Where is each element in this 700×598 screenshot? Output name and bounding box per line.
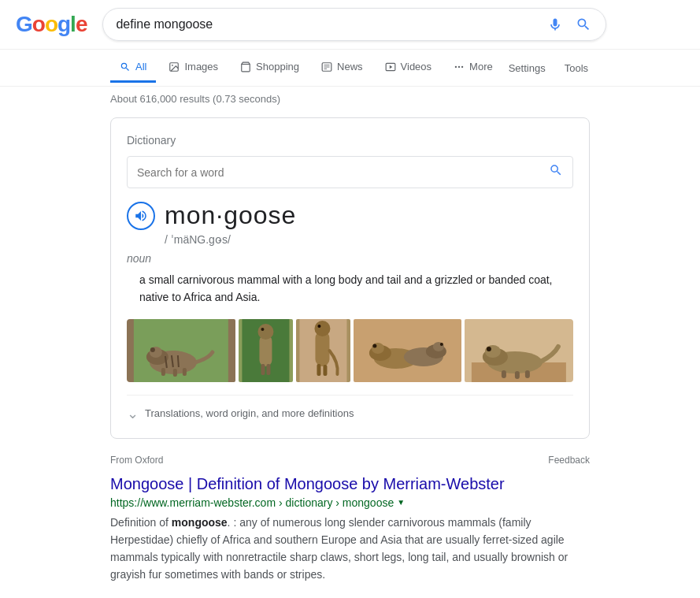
- shopping-nav-icon: [240, 61, 251, 72]
- tab-images[interactable]: Images: [159, 53, 228, 83]
- svg-rect-22: [183, 368, 187, 376]
- result-title-link[interactable]: Mongoose | Definition of Mongoose by Mer…: [110, 475, 590, 493]
- mongoose-image-1[interactable]: [127, 319, 235, 382]
- search-bar: define mongoose: [102, 8, 606, 41]
- dict-search-icon: [549, 163, 563, 177]
- dictionary-search-bar[interactable]: [127, 156, 573, 188]
- tab-shopping[interactable]: Shopping: [231, 53, 309, 83]
- svg-rect-33: [317, 364, 320, 376]
- word-part-of-speech: noun: [127, 252, 573, 265]
- svg-rect-21: [173, 369, 177, 377]
- svg-rect-20: [161, 368, 165, 376]
- svg-rect-50: [502, 370, 506, 378]
- feedback-link[interactable]: Feedback: [548, 455, 590, 466]
- result-url: https://www.merriam-webster.com › dictio…: [110, 496, 590, 509]
- url-dropdown-icon[interactable]: ▼: [397, 498, 405, 507]
- word-definition: a small carnivorous mammal with a long b…: [139, 271, 573, 306]
- svg-point-1: [172, 65, 174, 66]
- voice-search-button[interactable]: [546, 15, 565, 34]
- svg-point-26: [261, 328, 264, 331]
- svg-point-49: [487, 347, 491, 351]
- mongoose-images: [127, 319, 573, 382]
- mongoose-image-2[interactable]: [239, 319, 293, 382]
- svg-marker-8: [389, 65, 392, 69]
- more-info-toggle[interactable]: ⌄ Translations, word origin, and more de…: [127, 395, 573, 422]
- word-title: mon·goose: [165, 201, 296, 230]
- svg-point-25: [257, 324, 273, 340]
- images-nav-icon: [169, 61, 180, 72]
- svg-line-19: [178, 355, 179, 367]
- mongoose-image-3[interactable]: [296, 319, 350, 382]
- search-input[interactable]: define mongoose: [116, 17, 538, 32]
- dictionary-search-input[interactable]: [137, 166, 549, 179]
- tab-videos[interactable]: Videos: [376, 53, 442, 83]
- more-nav-icon: [454, 61, 465, 72]
- word-phonetic: / ˈmäNG.go̵s/: [165, 233, 573, 246]
- chevron-down-icon: ⌄: [127, 405, 139, 422]
- tab-news[interactable]: News: [312, 53, 372, 83]
- dictionary-search-button[interactable]: [549, 163, 563, 181]
- settings-link[interactable]: Settings: [506, 54, 549, 82]
- source-bar: From Oxford Feedback: [110, 451, 590, 469]
- svg-rect-34: [323, 365, 327, 376]
- dictionary-card: Dictionary mon·goose / ˈmäNG.go̵s/ noun …: [110, 117, 590, 439]
- more-info-label: Translations, word origin, and more defi…: [145, 407, 354, 419]
- svg-point-16: [150, 347, 155, 352]
- dictionary-card-title: Dictionary: [127, 134, 573, 147]
- tools-link[interactable]: Tools: [561, 54, 591, 82]
- nav-settings-area: Settings Tools: [506, 54, 591, 82]
- svg-point-39: [372, 344, 376, 347]
- mongoose-image-4[interactable]: [354, 319, 462, 382]
- search-nav: All Images Shopping News Videos More Set…: [0, 50, 700, 87]
- search-nav-icon: [120, 61, 131, 72]
- results-count: About 616,000 results (0.73 seconds): [0, 87, 700, 111]
- svg-point-10: [458, 65, 460, 67]
- search-result-merriam: Mongoose | Definition of Mongoose by Mer…: [110, 475, 590, 583]
- header: Google define mongoose: [0, 0, 700, 87]
- tab-all[interactable]: All: [110, 53, 156, 83]
- speaker-icon: [134, 209, 148, 223]
- tab-more[interactable]: More: [444, 53, 502, 83]
- svg-rect-28: [266, 364, 270, 375]
- svg-point-32: [317, 325, 320, 328]
- search-submit-button[interactable]: [574, 15, 593, 34]
- svg-point-11: [461, 65, 463, 67]
- videos-nav-icon: [385, 61, 396, 72]
- news-nav-icon: [321, 61, 332, 72]
- svg-point-48: [485, 345, 501, 358]
- google-logo[interactable]: Google: [16, 12, 87, 37]
- mongoose-image-5[interactable]: [465, 319, 573, 382]
- svg-rect-52: [525, 370, 530, 378]
- svg-point-31: [314, 321, 330, 336]
- svg-rect-27: [261, 364, 265, 375]
- source-text: From Oxford: [110, 455, 163, 466]
- result-description: Definition of mongoose. : any of numerou…: [110, 514, 590, 583]
- speaker-button[interactable]: [127, 202, 155, 230]
- svg-point-43: [439, 343, 443, 346]
- svg-rect-51: [515, 371, 520, 379]
- main-content: Dictionary mon·goose / ˈmäNG.go̵s/ noun …: [0, 111, 700, 589]
- word-container: mon·goose: [127, 201, 573, 230]
- svg-point-9: [455, 65, 457, 67]
